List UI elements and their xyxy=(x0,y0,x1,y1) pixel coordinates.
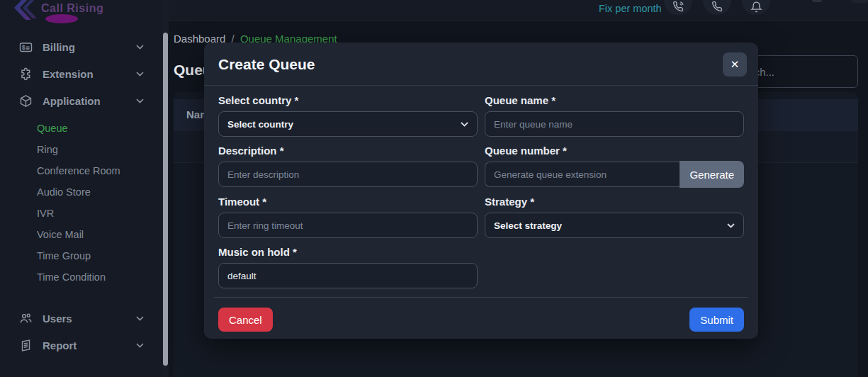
sidebar-item-voice-mail[interactable]: Voice Mail xyxy=(0,224,162,245)
modal-footer: Cancel Submit xyxy=(204,298,758,332)
sidebar-item-billing[interactable]: $ Billing xyxy=(10,37,152,57)
music-on-hold-field: Music on hold * xyxy=(218,246,478,288)
sidebar-item-time-condition[interactable]: Time Condition xyxy=(0,266,162,288)
cancel-button[interactable]: Cancel xyxy=(218,308,273,332)
sidebar-item-time-group[interactable]: Time Group xyxy=(0,245,162,266)
close-button[interactable]: ✕ xyxy=(723,52,747,77)
modal-header: Create Queue ✕ xyxy=(204,43,758,86)
plan-label: Fix per month xyxy=(599,3,662,14)
sidebar-scrollbar xyxy=(162,0,169,377)
chevron-down-icon xyxy=(136,316,144,321)
sidebar-item-audio-store[interactable]: Audio Store xyxy=(0,181,162,203)
sidebar-item-label: Users xyxy=(43,313,136,325)
phone-icon xyxy=(711,1,723,13)
queue-number-input[interactable] xyxy=(485,162,680,187)
modal-title: Create Queue xyxy=(218,56,315,73)
application-icon xyxy=(19,94,33,108)
svg-text:$: $ xyxy=(22,43,26,50)
submit-button[interactable]: Submit xyxy=(689,308,744,332)
phone-button[interactable] xyxy=(703,0,731,15)
scrollbar-thumb[interactable] xyxy=(163,33,168,366)
sidebar-item-queue[interactable]: Queue xyxy=(0,118,162,139)
select-country-select[interactable]: Select country xyxy=(218,111,478,137)
strategy-field: Strategy * Select strategy xyxy=(485,196,744,238)
timeout-label: Timeout * xyxy=(218,196,478,208)
select-country-field: Select country * Select country xyxy=(218,94,478,137)
sidebar-item-users[interactable]: Users xyxy=(10,308,152,328)
chevron-down-icon xyxy=(136,45,144,50)
strategy-label: Strategy * xyxy=(485,196,744,208)
description-label: Description * xyxy=(218,145,478,157)
chevron-down-icon xyxy=(461,122,468,127)
sidebar-item-conference-room[interactable]: Conference Room xyxy=(0,160,162,181)
sidebar-item-report[interactable]: Report xyxy=(10,335,152,355)
sidebar-item-label: Billing xyxy=(43,41,136,53)
brand-blob-decoration xyxy=(45,14,78,23)
queue-name-input[interactable] xyxy=(485,111,744,137)
sidebar-item-ivr[interactable]: IVR xyxy=(0,203,162,224)
application-submenu: Queue Ring Conference Room Audio Store I… xyxy=(0,118,162,288)
description-field: Description * xyxy=(218,145,478,188)
queue-name-field: Queue name * xyxy=(485,94,744,137)
timeout-field: Timeout * xyxy=(218,196,478,238)
users-icon xyxy=(19,312,33,325)
queue-name-label: Queue name * xyxy=(485,94,744,106)
chevron-down-icon[interactable] xyxy=(812,0,822,2)
chevron-down-icon xyxy=(136,72,144,77)
create-queue-modal: Create Queue ✕ Select country * Select c… xyxy=(204,43,758,339)
modal-body: Select country * Select country Queue na… xyxy=(204,86,758,288)
sidebar-item-application[interactable]: Application xyxy=(10,91,152,111)
sidebar-item-label: Report xyxy=(43,339,136,351)
nav-spacer xyxy=(0,291,162,308)
brand-name: Call Rising xyxy=(41,2,103,15)
queue-number-label: Queue number * xyxy=(485,145,744,157)
chevron-down-icon xyxy=(136,99,144,103)
phone-volume-icon xyxy=(672,1,684,13)
sidebar: Call Rising $ Billing Extensio xyxy=(0,0,162,377)
sidebar-item-label: Extension xyxy=(43,68,136,80)
sidebar-item-label: Application xyxy=(43,95,136,107)
notifications-button[interactable] xyxy=(742,0,770,15)
timeout-input[interactable] xyxy=(218,213,478,238)
avatar[interactable] xyxy=(850,0,868,3)
report-icon xyxy=(19,339,33,352)
sidebar-item-extension[interactable]: Extension xyxy=(10,64,152,84)
sidebar-item-ring[interactable]: Ring xyxy=(0,139,162,160)
strategy-value: Select strategy xyxy=(494,220,562,231)
topbar: Fix per month xyxy=(169,0,868,21)
phone-volume-button[interactable] xyxy=(664,0,692,15)
strategy-select[interactable]: Select strategy xyxy=(485,213,744,238)
bell-icon xyxy=(750,1,762,13)
queue-number-field: Queue number * Generate xyxy=(485,145,744,188)
brand-chevrons-icon xyxy=(10,0,38,26)
select-country-label: Select country * xyxy=(218,94,478,106)
sidebar-nav: $ Billing Extension xyxy=(0,37,162,362)
music-on-hold-label: Music on hold * xyxy=(218,246,478,258)
billing-icon: $ xyxy=(19,40,33,54)
music-on-hold-input[interactable] xyxy=(218,263,478,288)
chevron-down-icon xyxy=(136,343,144,348)
select-country-value: Select country xyxy=(227,119,293,130)
chevron-down-icon xyxy=(727,223,735,228)
generate-button[interactable]: Generate xyxy=(680,161,744,188)
description-input[interactable] xyxy=(218,162,478,187)
brand-logo[interactable]: Call Rising xyxy=(10,0,155,26)
close-icon: ✕ xyxy=(731,58,740,71)
extension-icon xyxy=(19,67,33,81)
